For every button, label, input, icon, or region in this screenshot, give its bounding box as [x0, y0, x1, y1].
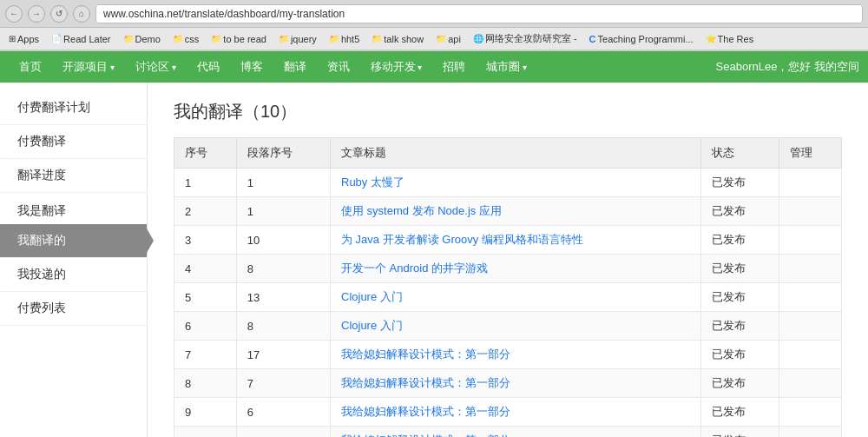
bookmark-tbr-label: to be read	[223, 34, 266, 44]
folder-icon-tbr: 📁	[211, 34, 221, 43]
cell-title[interactable]: 我给媳妇解释设计模式：第一部分	[331, 427, 701, 438]
bookmark-talk-show[interactable]: 📁 talk show	[366, 33, 429, 45]
cell-title[interactable]: 我给媳妇解释设计模式：第一部分	[331, 369, 701, 398]
bookmark-css-label: css	[185, 34, 200, 44]
bookmark-css[interactable]: 📁 css	[168, 33, 205, 45]
article-link[interactable]: Ruby 太慢了	[341, 175, 404, 189]
article-link[interactable]: 我给媳妇解释设计模式：第一部分	[341, 434, 510, 437]
bookmark-the-res[interactable]: ⭐ The Res	[700, 33, 760, 45]
nav-translate[interactable]: 翻译	[273, 51, 317, 83]
bookmark-read-later-label: Read Later	[63, 34, 110, 44]
folder-icon: 📁	[123, 34, 134, 43]
bookmark-security[interactable]: 🌐 网络安全攻防研究室 -	[468, 31, 582, 46]
forward-button[interactable]: →	[28, 5, 45, 23]
cell-title[interactable]: Ruby 太慢了	[331, 169, 701, 197]
refresh-button[interactable]: ↺	[50, 5, 68, 23]
nav-blog[interactable]: 博客	[230, 51, 273, 83]
cell-section: 1	[236, 197, 330, 226]
cell-title[interactable]: 使用 systemd 发布 Node.js 应用	[331, 197, 701, 226]
cell-index: 2	[174, 197, 237, 226]
cell-manage	[779, 169, 842, 197]
folder-icon-talk: 📁	[372, 34, 382, 43]
cell-title[interactable]: Clojure 入门	[331, 283, 701, 312]
bookmark-teaching[interactable]: C Teaching Programmi...	[584, 33, 699, 45]
sidebar-item-paid-plan[interactable]: 付费翻译计划	[0, 91, 147, 125]
nav-city[interactable]: 城市圈	[476, 51, 537, 83]
bookmark-hht5[interactable]: 📁 hht5	[324, 33, 365, 45]
article-link[interactable]: 开发一个 Android 的井字游戏	[341, 262, 488, 275]
cell-index: 8	[174, 369, 237, 398]
folder-icon-hht5: 📁	[329, 34, 339, 43]
home-button[interactable]: ⌂	[73, 5, 90, 23]
sidebar-item-my-translations[interactable]: 我翻译的	[0, 224, 147, 258]
bookmark-to-be-read[interactable]: 📁 to be read	[206, 33, 272, 45]
cell-status: 已发布	[701, 169, 779, 197]
table-row: 11Ruby 太慢了已发布	[174, 169, 842, 197]
teaching-icon: C	[589, 34, 596, 44]
sidebar-section-i-am-translator[interactable]: 我是翻译	[0, 193, 147, 224]
article-link[interactable]: Clojure 入门	[341, 319, 403, 332]
bookmark-api-label: api	[448, 34, 461, 44]
cell-manage	[779, 398, 842, 427]
cell-section: 17	[236, 341, 330, 369]
cell-manage	[779, 427, 842, 438]
cell-title[interactable]: 为 Java 开发者解读 Groovy 编程风格和语言特性	[331, 226, 701, 255]
sidebar: 付费翻译计划 付费翻译 翻译进度 我是翻译 我翻译的 我投递的 付费列表	[0, 83, 148, 437]
sidebar-item-paid-translate[interactable]: 付费翻译	[0, 125, 147, 159]
col-header-status: 状态	[701, 138, 779, 169]
apps-icon: ⊞	[9, 34, 16, 43]
browser-toolbar: ← → ↺ ⌂ www.oschina.net/translate/dashbo…	[0, 0, 868, 28]
article-link[interactable]: 我给媳妇解释设计模式：第一部分	[341, 348, 510, 361]
nav-forum[interactable]: 讨论区	[125, 51, 187, 83]
nav-code[interactable]: 代码	[187, 51, 230, 83]
col-header-index: 序号	[174, 138, 237, 169]
cell-title[interactable]: 我给媳妇解释设计模式：第一部分	[331, 398, 701, 427]
sidebar-item-translate-progress[interactable]: 翻译进度	[0, 159, 147, 193]
cell-status: 已发布	[701, 283, 779, 312]
nav-user-info[interactable]: SeabornLee，您好 我的空间	[716, 59, 859, 75]
col-header-manage: 管理	[779, 138, 842, 169]
bookmark-jquery[interactable]: 📁 jquery	[273, 33, 322, 45]
table-row: 21使用 systemd 发布 Node.js 应用已发布	[174, 197, 842, 226]
cell-status: 已发布	[701, 255, 779, 283]
cell-manage	[779, 226, 842, 255]
col-header-title: 文章标题	[331, 138, 701, 169]
cell-section: 10	[236, 226, 330, 255]
article-link[interactable]: 我给媳妇解释设计模式：第一部分	[341, 405, 510, 418]
nav-mobile[interactable]: 移动开发	[360, 51, 433, 83]
nav-news[interactable]: 资讯	[317, 51, 360, 83]
cell-title[interactable]: 我给媳妇解释设计模式：第一部分	[331, 341, 701, 369]
article-link[interactable]: 我给媳妇解释设计模式：第一部分	[341, 376, 510, 389]
bookmark-demo[interactable]: 📁 Demo	[118, 33, 166, 45]
article-link[interactable]: 为 Java 开发者解读 Groovy 编程风格和语言特性	[341, 233, 583, 246]
url-text: www.oschina.net/translate/dashboard/my-t…	[103, 8, 345, 20]
bookmark-api[interactable]: 📁 api	[431, 33, 466, 45]
translations-table: 序号 段落序号 文章标题 状态 管理 11Ruby 太慢了已发布21使用 sys…	[174, 137, 842, 437]
cell-status: 已发布	[701, 427, 779, 438]
cell-index: 5	[174, 283, 237, 312]
browser-chrome: ← → ↺ ⌂ www.oschina.net/translate/dashbo…	[0, 0, 868, 51]
back-button[interactable]: ←	[5, 5, 23, 23]
star-icon: ⭐	[706, 34, 716, 43]
bookmark-demo-label: Demo	[135, 34, 161, 44]
bookmark-read-later[interactable]: 📄 Read Later	[46, 33, 115, 45]
cell-status: 已发布	[701, 226, 779, 255]
nav-home[interactable]: 首页	[9, 51, 52, 83]
cell-title[interactable]: 开发一个 Android 的井字游戏	[331, 255, 701, 283]
article-link[interactable]: 使用 systemd 发布 Node.js 应用	[341, 204, 502, 217]
sidebar-item-paid-list[interactable]: 付费列表	[0, 292, 147, 326]
cell-status: 已发布	[701, 369, 779, 398]
sidebar-item-my-submissions[interactable]: 我投递的	[0, 258, 147, 292]
nav-opensource[interactable]: 开源项目	[52, 51, 125, 83]
table-row: 48开发一个 Android 的井字游戏已发布	[174, 255, 842, 283]
table-row: 68Clojure 入门已发布	[174, 312, 842, 341]
nav-jobs[interactable]: 招聘	[432, 51, 476, 83]
cell-status: 已发布	[701, 197, 779, 226]
address-bar[interactable]: www.oschina.net/translate/dashboard/my-t…	[95, 4, 863, 23]
article-link[interactable]: Clojure 入门	[341, 290, 403, 303]
cell-index: 7	[174, 341, 237, 369]
main-content: 我的翻译（10） 序号 段落序号 文章标题 状态 管理 11Ruby 太慢了已发…	[148, 83, 868, 437]
cell-title[interactable]: Clojure 入门	[331, 312, 701, 341]
main-nav: 首页 开源项目 讨论区 代码 博客 翻译 资讯 移动开发 招聘 城市圈 Seab…	[0, 51, 868, 83]
bookmark-apps[interactable]: ⊞ Apps	[3, 33, 44, 45]
